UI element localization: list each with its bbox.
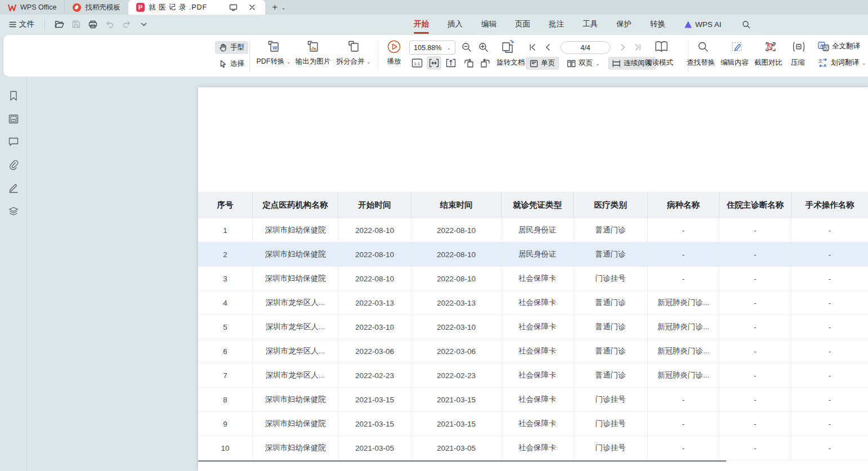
menu-protect[interactable]: 保护 bbox=[615, 16, 633, 33]
table-cell: 5 bbox=[198, 315, 252, 339]
single-page-button[interactable]: 单页 bbox=[526, 57, 559, 70]
close-tab-icon[interactable] bbox=[245, 1, 259, 14]
menu-tools[interactable]: 工具 bbox=[581, 16, 599, 33]
open-file-icon[interactable] bbox=[52, 17, 66, 31]
table-cell: - bbox=[647, 243, 719, 266]
table-cell: 居民身份证 bbox=[501, 218, 573, 242]
rotate-pages-button[interactable] bbox=[499, 38, 518, 55]
tab-label: WPS Office bbox=[20, 3, 56, 11]
last-page-button[interactable] bbox=[632, 41, 644, 54]
word-translate-button[interactable]: 文 A 划词翻译 ⌄ bbox=[814, 56, 868, 69]
enter-fullscreen-icon[interactable] bbox=[226, 1, 240, 14]
table-cell: 社会保障卡 bbox=[501, 436, 573, 460]
menu-bar: 文件 开始 插入 编辑 页面 bbox=[0, 15, 868, 34]
tab-medical-record-pdf[interactable]: P 就 医 记 录 .PDF bbox=[128, 0, 265, 15]
chevron-down-icon: ⌄ bbox=[596, 61, 600, 66]
tab-list-chevron-icon[interactable]: ⌄ bbox=[281, 5, 285, 11]
attachment-icon[interactable] bbox=[5, 158, 22, 172]
hand-icon bbox=[219, 43, 227, 52]
comment-icon[interactable] bbox=[5, 135, 22, 149]
compress-icon[interactable] bbox=[790, 39, 807, 54]
menu-wps-ai[interactable]: WPS AI bbox=[683, 17, 723, 32]
rotate-right-button[interactable] bbox=[478, 56, 493, 70]
table-cell: - bbox=[791, 243, 868, 266]
zoom-out-button[interactable] bbox=[459, 41, 474, 54]
hand-tool-button[interactable]: 手型 bbox=[215, 41, 248, 54]
edit-content-button[interactable]: 编辑内容 bbox=[721, 58, 749, 68]
file-menu-button[interactable]: 文件 bbox=[6, 17, 38, 31]
table-row: 1深圳市妇幼保健院2022-08-102022-08-10居民身份证普通门诊--… bbox=[198, 218, 868, 243]
tab-docer-templates[interactable]: 找稻壳模板 bbox=[64, 0, 128, 15]
column-header: 序号 bbox=[198, 192, 252, 218]
menu-page[interactable]: 页面 bbox=[514, 16, 531, 33]
table-cell: 2021-03-15 bbox=[411, 388, 501, 411]
signature-icon[interactable] bbox=[5, 181, 22, 195]
quick-access-bar: 文件 bbox=[0, 17, 151, 31]
table-cell: 普通门诊 bbox=[573, 339, 647, 363]
table-cell: 2022-08-10 bbox=[411, 267, 501, 290]
column-header: 就诊凭证类型 bbox=[501, 192, 573, 218]
bookmark-icon[interactable] bbox=[5, 89, 22, 102]
chevron-down-icon: ⌄ bbox=[446, 45, 451, 51]
read-mode-button[interactable]: 阅读模式 bbox=[645, 58, 673, 68]
table-cell: 深圳市龙华区人... bbox=[252, 291, 338, 315]
rotate-document-button[interactable]: 旋转文档 bbox=[496, 58, 525, 68]
zoom-in-button[interactable] bbox=[476, 41, 491, 54]
quickbar-more-chevron-icon[interactable] bbox=[136, 17, 151, 31]
split-merge-button[interactable]: 拆分合并 ⌄ bbox=[333, 39, 374, 66]
zoom-level-select[interactable]: 105.88% ⌄ bbox=[409, 41, 455, 55]
screenshot-compare-button[interactable]: 截图对比 bbox=[754, 58, 782, 68]
table-cell: 2022-03-10 bbox=[411, 315, 501, 339]
chevron-down-icon: ⌄ bbox=[287, 59, 291, 65]
document-area: 序号定点医药机构名称开始时间结束时间就诊凭证类型医疗类别病种名称住院主诊断名称手… bbox=[0, 77, 868, 471]
first-page-button[interactable] bbox=[526, 41, 538, 54]
page-number-input[interactable]: 4/4 bbox=[561, 41, 610, 54]
table-row: 10深圳市妇幼保健院2021-03-052021-03-05社会保障卡门诊挂号-… bbox=[198, 436, 868, 460]
pdf-convert-button[interactable]: W PDF转换 ⌄ bbox=[253, 39, 294, 66]
table-cell: 2021-03-05 bbox=[411, 436, 501, 460]
table-cell: - bbox=[647, 388, 719, 411]
full-text-translate-button[interactable]: A 文 全文翻译 bbox=[814, 40, 864, 53]
table-cell: - bbox=[791, 291, 868, 315]
column-header: 定点医药机构名称 bbox=[252, 192, 338, 218]
double-page-button[interactable]: 双页 ⌄ bbox=[563, 57, 604, 70]
export-as-image-button[interactable]: 输出为图片 bbox=[293, 39, 333, 66]
table-cell: 门诊挂号 bbox=[573, 436, 647, 460]
play-button[interactable]: 播放 bbox=[382, 39, 406, 66]
thumbnail-icon[interactable] bbox=[5, 112, 22, 125]
table-body: 1深圳市妇幼保健院2022-08-102022-08-10居民身份证普通门诊--… bbox=[198, 218, 868, 460]
redo-icon[interactable] bbox=[119, 17, 134, 31]
ribbon-search-icon[interactable] bbox=[739, 17, 754, 31]
layers-icon[interactable] bbox=[5, 204, 22, 218]
print-icon[interactable] bbox=[86, 17, 100, 31]
find-replace-button[interactable]: 查找替换 bbox=[687, 58, 715, 68]
new-tab-button[interactable]: + bbox=[272, 2, 278, 13]
menu-comment[interactable]: 批注 bbox=[548, 16, 565, 33]
previous-page-button[interactable] bbox=[542, 41, 554, 54]
menu-edit[interactable]: 编辑 bbox=[480, 16, 498, 33]
table-cell: 2022-03-13 bbox=[338, 291, 411, 315]
menu-convert[interactable]: 转换 bbox=[649, 16, 666, 33]
compress-button[interactable]: 压缩 bbox=[791, 58, 805, 68]
find-replace-icon[interactable] bbox=[695, 39, 712, 54]
actual-size-button[interactable]: 1:1 bbox=[410, 56, 424, 70]
table-cell: 社会保障卡 bbox=[501, 388, 573, 411]
save-icon[interactable] bbox=[69, 17, 83, 31]
table-cell: 门诊挂号 bbox=[573, 388, 647, 411]
menu-home[interactable]: 开始 bbox=[413, 16, 430, 33]
next-page-button[interactable] bbox=[617, 41, 629, 54]
select-tool-button[interactable]: 选择 bbox=[215, 57, 248, 70]
table-cell: 深圳市龙华区人... bbox=[252, 315, 338, 339]
fit-page-button[interactable] bbox=[444, 56, 458, 70]
tab-wps-office[interactable]: WPS Office bbox=[0, 0, 64, 15]
table-row: 3深圳市妇幼保健院2022-08-102022-08-10社会保障卡门诊挂号--… bbox=[198, 267, 868, 291]
read-mode-icon[interactable] bbox=[652, 38, 671, 55]
svg-text:文: 文 bbox=[818, 59, 823, 64]
menu-insert[interactable]: 插入 bbox=[446, 16, 464, 33]
table-cell: 7 bbox=[198, 364, 252, 387]
undo-icon[interactable] bbox=[102, 17, 117, 31]
rotate-left-button[interactable] bbox=[462, 56, 476, 70]
fit-width-button[interactable] bbox=[427, 56, 441, 70]
edit-content-icon[interactable] bbox=[728, 39, 745, 54]
screenshot-compare-icon[interactable] bbox=[762, 39, 779, 54]
